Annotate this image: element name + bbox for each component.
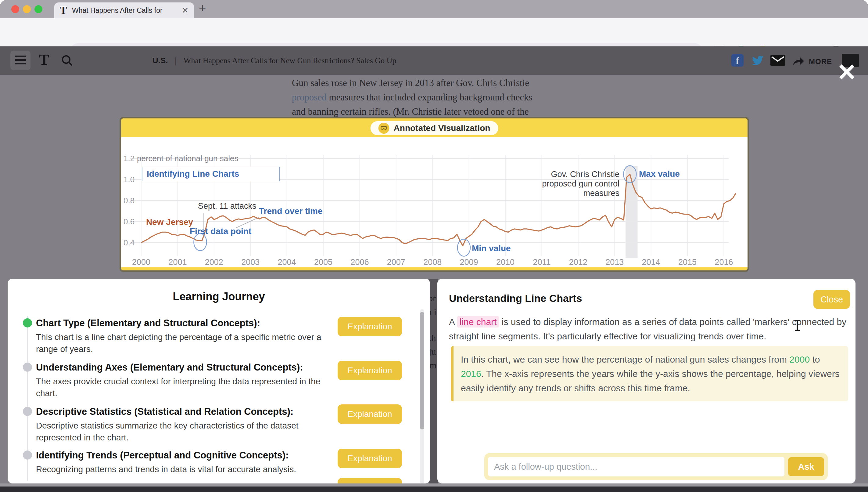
- highlight-line-chart: line chart: [457, 316, 499, 327]
- journey-item-heading: Understanding Axes (Elementary and Struc…: [36, 362, 303, 373]
- page-bottom-edge: [0, 484, 868, 487]
- journey-item-desc: Descriptive statistics summarize the key…: [36, 420, 341, 443]
- browser-window: T What Happens After Calls for ✕ + ← → n…: [0, 0, 868, 492]
- nyt-logo[interactable]: T: [39, 51, 49, 68]
- learning-journey-title: Learning Journey: [8, 290, 430, 303]
- nyt-section-label[interactable]: U.S.: [153, 56, 168, 65]
- tab-title: What Happens After Calls for: [72, 6, 179, 15]
- year-highlight: 2000: [789, 354, 810, 364]
- svg-text:2010: 2010: [496, 257, 515, 267]
- svg-text:2005: 2005: [314, 257, 333, 267]
- svg-text:1.2: 1.2: [124, 154, 134, 163]
- nyt-favicon: T: [60, 4, 67, 17]
- svg-text:2000: 2000: [132, 257, 150, 267]
- card-header: Annotated Visualization: [121, 118, 747, 137]
- twitter-share-icon[interactable]: [751, 54, 764, 67]
- chart-summary-note: In this chart, we can see how the percen…: [451, 346, 848, 401]
- nyt-header-bar: T U.S. | What Happens After Calls for Ne…: [0, 46, 868, 75]
- explanation-button-1[interactable]: Explanation: [338, 317, 402, 336]
- journey-step-bullet: [23, 450, 32, 460]
- svg-text:2015: 2015: [678, 257, 696, 267]
- search-icon[interactable]: [60, 53, 74, 68]
- tab-strip: T What Happens After Calls for ✕ +: [0, 0, 868, 18]
- journey-item-desc: Recognizing patterns and trends in data …: [36, 463, 341, 475]
- close-button[interactable]: Close: [813, 290, 850, 309]
- browser-tab[interactable]: T What Happens After Calls for ✕: [54, 2, 194, 18]
- chart-area: 2000200120022003200420052006200720082009…: [121, 137, 747, 267]
- svg-text:2003: 2003: [241, 257, 260, 267]
- followup-input-container: Ask: [484, 453, 828, 480]
- svg-text:2014: 2014: [642, 257, 660, 267]
- article-paragraph: Gun sales rose in New Jersey in 2013 aft…: [292, 76, 567, 119]
- browser-toolbar: ← → nytimes.com/interactive/2015/12/10/u…: [0, 18, 868, 46]
- facebook-share-icon[interactable]: f: [731, 54, 743, 67]
- year-highlight: 2016: [461, 369, 481, 379]
- svg-text:2006: 2006: [350, 257, 369, 267]
- annotation-gov-christie: Gov. Chris Christie proposed gun control…: [542, 170, 620, 198]
- background-text-fragment: m: [429, 360, 437, 371]
- explanation-button-partial[interactable]: [338, 478, 402, 484]
- journey-item-heading: Identifying Trends (Perceptual and Cogni…: [36, 450, 289, 461]
- svg-text:2001: 2001: [168, 257, 187, 267]
- svg-text:2002: 2002: [205, 257, 223, 267]
- panel-scrollbar-thumb[interactable]: [420, 312, 424, 429]
- journey-item-heading: Chart Type (Elementary and Structural Co…: [36, 318, 260, 329]
- goggles-badge-icon: [378, 123, 390, 134]
- annotation-identifying-line-charts[interactable]: Identifying Line Charts: [142, 167, 280, 181]
- annotation-min-value: Min value: [472, 244, 511, 253]
- tab-close-icon[interactable]: ✕: [182, 6, 188, 15]
- traffic-light-zoom[interactable]: [34, 5, 43, 13]
- text-cursor: [797, 320, 798, 331]
- svg-text:2004: 2004: [278, 257, 296, 267]
- journey-item-desc: This chart is a line chart depicting the…: [36, 331, 341, 355]
- traffic-light-close[interactable]: [11, 5, 19, 13]
- svg-text:2013: 2013: [605, 257, 624, 267]
- annotation-first-data-point: First data point: [190, 226, 251, 236]
- explanation-button-3[interactable]: Explanation: [338, 404, 402, 424]
- svg-text:1.0: 1.0: [124, 175, 134, 184]
- header-divider: |: [175, 56, 177, 66]
- svg-text:percent of national gun sales: percent of national gun sales: [137, 154, 238, 163]
- journey-item-desc: The axes provide crucial context for int…: [36, 375, 341, 399]
- understanding-title: Understanding Line Charts: [449, 292, 582, 304]
- annotated-visualization-badge: Annotated Visualization: [371, 121, 498, 135]
- followup-question-input[interactable]: [488, 457, 784, 476]
- annotation-trend-over-time: Trend over time: [259, 206, 323, 216]
- ask-button[interactable]: Ask: [788, 457, 824, 476]
- learning-journey-panel: Learning Journey Chart Type (Elementary …: [8, 279, 430, 484]
- explanation-button-4[interactable]: Explanation: [338, 449, 402, 468]
- traffic-light-minimize[interactable]: [23, 5, 31, 13]
- annotation-sept-11: Sept. 11 attacks: [198, 201, 257, 211]
- svg-text:0.6: 0.6: [124, 217, 134, 226]
- annotation-series-new-jersey: New Jersey: [146, 217, 193, 227]
- nyt-headline: What Happens After Calls for New Gun Res…: [184, 56, 396, 65]
- svg-text:2016: 2016: [715, 257, 733, 267]
- journey-step-bullet-active: [23, 318, 32, 327]
- annotated-visualization-card: Annotated Visualization 2000200120022003…: [120, 117, 749, 272]
- more-button[interactable]: MORE: [809, 57, 832, 66]
- journey-step-bullet: [23, 363, 32, 372]
- svg-text:2009: 2009: [460, 257, 478, 267]
- svg-text:0.8: 0.8: [124, 196, 134, 205]
- svg-text:0.4: 0.4: [124, 238, 134, 247]
- understanding-panel: Understanding Line Charts Close A line c…: [437, 279, 856, 484]
- svg-text:2011: 2011: [533, 257, 551, 267]
- article-link[interactable]: proposed: [292, 92, 327, 102]
- bottom-dark-strip: [0, 487, 868, 492]
- journey-step-bullet: [23, 407, 32, 416]
- share-more-icon[interactable]: [791, 54, 806, 67]
- svg-text:2007: 2007: [387, 257, 405, 267]
- overlay-close-icon[interactable]: ✕: [837, 58, 857, 87]
- explanation-button-2[interactable]: Explanation: [338, 361, 402, 380]
- svg-text:2008: 2008: [423, 257, 442, 267]
- badge-label: Annotated Visualization: [394, 123, 491, 133]
- hamburger-menu-icon[interactable]: [10, 51, 30, 70]
- new-tab-button[interactable]: +: [199, 1, 206, 15]
- journey-item-heading: Descriptive Statistics (Statistical and …: [36, 406, 293, 417]
- svg-text:2012: 2012: [569, 257, 587, 267]
- annotation-max-value: Max value: [639, 169, 680, 179]
- understanding-paragraph: A line chart is used to display informat…: [449, 315, 849, 343]
- email-share-icon[interactable]: [770, 55, 785, 66]
